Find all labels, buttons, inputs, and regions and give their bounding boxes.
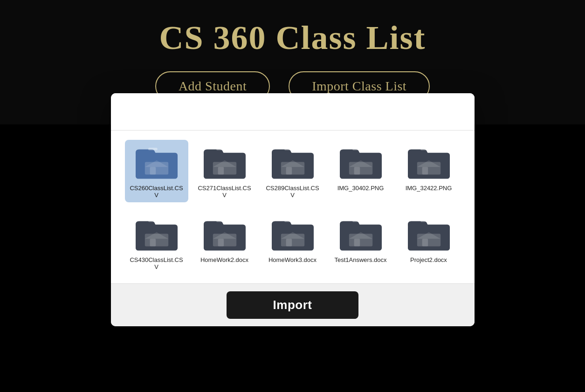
file-name-label: IMG_30402.PNG — [337, 185, 384, 192]
list-item[interactable]: CS271ClassList.CSV — [193, 140, 256, 202]
svg-rect-12 — [286, 167, 292, 174]
list-item[interactable]: HomeWork3.docx — [261, 212, 324, 274]
file-name-label: CS271ClassList.CSV — [197, 185, 253, 199]
svg-rect-9 — [216, 148, 226, 150]
import-button[interactable]: Import — [227, 291, 359, 319]
file-name-label: CS430ClassList.CSV — [129, 256, 185, 270]
picker-top-bar — [111, 93, 475, 131]
folder-icon — [272, 215, 314, 253]
svg-rect-34 — [216, 220, 226, 222]
svg-rect-27 — [150, 239, 156, 246]
list-item[interactable]: Test1Answers.docx — [329, 212, 392, 274]
list-item[interactable]: IMG_30402.PNG — [329, 140, 392, 202]
list-item[interactable]: IMG_32422.PNG — [397, 140, 461, 202]
file-name-label: HomeWork2.docx — [200, 256, 248, 263]
folder-icon — [272, 144, 314, 181]
svg-rect-7 — [218, 167, 224, 174]
svg-rect-49 — [420, 220, 430, 222]
list-item[interactable]: CS430ClassList.CSV — [125, 212, 188, 274]
svg-rect-19 — [352, 148, 362, 150]
file-name-label: IMG_32422.PNG — [406, 185, 452, 192]
folder-icon — [204, 215, 246, 253]
list-item[interactable]: CS289ClassList.CSV — [261, 140, 324, 202]
file-name-label: HomeWork3.docx — [268, 256, 317, 263]
svg-rect-44 — [352, 220, 362, 222]
list-item[interactable]: HomeWork2.docx — [193, 212, 256, 274]
folder-icon — [136, 215, 178, 253]
folder-icon — [408, 144, 450, 181]
file-picker-dialog: CS260ClassList.CSV CS271ClassList.CSV — [111, 93, 475, 326]
file-name-label: Project2.docx — [410, 256, 447, 263]
svg-rect-17 — [354, 167, 360, 174]
svg-rect-24 — [420, 148, 430, 150]
folder-icon — [340, 215, 382, 253]
list-item[interactable]: CS260ClassList.CSV — [125, 140, 188, 202]
svg-rect-39 — [284, 220, 294, 222]
svg-rect-4 — [148, 148, 158, 150]
page-title: CS 360 Class List — [0, 19, 585, 57]
file-grid: CS260ClassList.CSV CS271ClassList.CSV — [111, 131, 475, 283]
svg-rect-22 — [422, 167, 428, 174]
file-name-label: CS260ClassList.CSV — [129, 185, 185, 199]
file-name-label: CS289ClassList.CSV — [265, 185, 321, 199]
svg-rect-42 — [354, 239, 360, 246]
file-name-label: Test1Answers.docx — [335, 256, 387, 263]
folder-icon — [408, 215, 450, 253]
folder-icon — [136, 144, 178, 181]
svg-rect-14 — [284, 148, 294, 150]
svg-rect-29 — [148, 220, 158, 222]
folder-icon — [340, 144, 382, 181]
list-item[interactable]: Project2.docx — [397, 212, 461, 274]
picker-bottom: Import — [111, 283, 475, 326]
svg-rect-47 — [422, 239, 428, 246]
svg-rect-37 — [286, 239, 292, 246]
folder-icon — [204, 144, 246, 181]
svg-rect-2 — [150, 167, 156, 174]
svg-rect-32 — [218, 239, 224, 246]
